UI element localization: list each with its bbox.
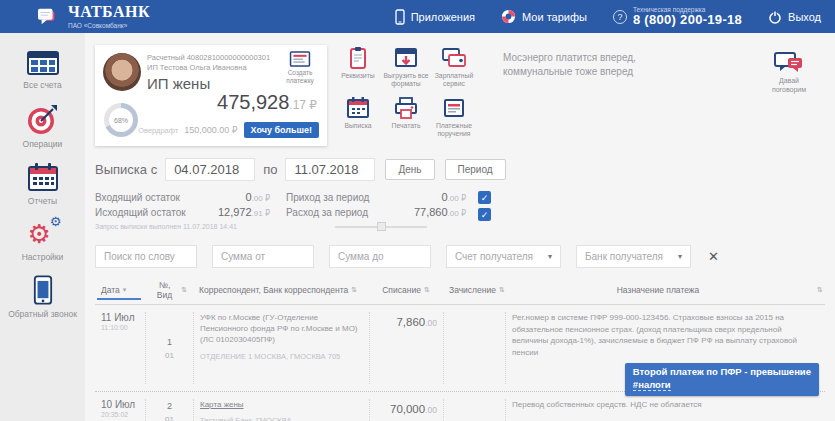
day-mode-button[interactable]: День: [385, 159, 434, 180]
promo-message: Мосэнерго платится вперед, коммунальные …: [503, 51, 636, 79]
sidebar: Все счета Операции Отчеты ⚙⚙ Настройки О…: [0, 33, 85, 421]
nav-tariffs[interactable]: Мои тарифы: [501, 9, 587, 24]
balance-main: 475,928: [217, 91, 289, 113]
period-mode-button[interactable]: Период: [445, 159, 506, 180]
action-statement[interactable]: Выписка: [335, 95, 381, 139]
accounts-table-icon: [26, 49, 60, 77]
clear-filters-icon[interactable]: ✕: [708, 249, 719, 264]
outgoing-balance-value: 12,972.91 ₽: [218, 206, 270, 218]
zoom-slider[interactable]: [335, 226, 427, 228]
col-header-credit[interactable]: Зачисление⇅: [443, 285, 505, 295]
period-debit-value: 77,860.00 ₽: [414, 206, 466, 218]
col-header-correspondent[interactable]: Корреспондент, Банк корреспондента⇅: [193, 285, 369, 295]
row-kind: 01: [165, 351, 174, 360]
question-icon: ?: [613, 10, 627, 24]
lifebuoy-icon: [501, 9, 516, 24]
date-to-input[interactable]: [285, 158, 375, 181]
hashtag-link[interactable]: #налоги: [633, 379, 671, 391]
sort-down-icon: ▾: [123, 286, 127, 294]
clipboard-icon: [345, 45, 371, 71]
sort-icon: ⇅: [351, 286, 357, 294]
target-icon: [26, 102, 60, 136]
search-input[interactable]: [95, 245, 197, 268]
table-row[interactable]: 10 Июл 20:35:02 2 01 Карта жены Тестовый…: [95, 392, 825, 421]
want-more-button[interactable]: Хочу больше!: [244, 122, 319, 138]
chat-button[interactable]: Давай поговорим: [761, 51, 817, 95]
recipient-bank-select-label: Банк получателя: [585, 251, 663, 262]
logout-button[interactable]: Выход: [768, 10, 821, 24]
calendar-icon: [26, 161, 60, 193]
promo-line2: коммунальные тоже вперед: [503, 65, 636, 79]
col-header-debit[interactable]: Списание⇅: [369, 285, 443, 295]
overdraft-amount: 150,000.00 ₽: [184, 125, 237, 135]
sidebar-item-operations[interactable]: Операции: [4, 102, 82, 149]
row-bank: Тестовый Банк, ГМОСКВА: [200, 416, 363, 421]
bank-title: ЧАТБАНК: [68, 4, 150, 20]
top-header: ЧАТБАНК ПАО «Совкомбанк» Приложения Мои …: [0, 0, 835, 33]
col-header-date[interactable]: Дата▾: [95, 285, 145, 295]
statement-to-label: по: [263, 162, 277, 177]
power-icon: [768, 10, 782, 24]
row-debit: 7,860.00: [369, 312, 443, 384]
slider-handle[interactable]: [377, 222, 386, 231]
create-payment-button[interactable]: Создать платежку: [277, 51, 323, 85]
printer-icon: [393, 95, 419, 121]
sum-from-input[interactable]: [212, 245, 314, 268]
statement-request-note: Запрос выписки выполнен 11.07.2018 14:41: [95, 223, 265, 230]
row-purpose: Рег.номер в системе ПФР 999-000-123456. …: [512, 312, 819, 358]
col-header-purpose[interactable]: Назначение платежа: [505, 285, 811, 295]
row-time: 20:35:02: [101, 411, 139, 418]
row-correspondent: УФК по г.Москве (ГУ-Отделение Пенсионног…: [200, 312, 363, 346]
chat-bubbles-icon: [774, 51, 804, 75]
payment-tag-badge[interactable]: Второй платеж по ПФР - превышение #налог…: [625, 363, 819, 396]
incoming-balance-label: Входящий остаток: [95, 192, 180, 203]
support-phone: 8 (800) 200-19-18: [633, 13, 742, 27]
row-date: 10 Июл: [101, 399, 139, 410]
recipient-account-select-label: Счет получателя: [455, 251, 533, 262]
action-salary-service[interactable]: Зарплатный сервис: [431, 45, 477, 89]
recipient-account-select[interactable]: Счет получателя ▾: [446, 245, 561, 268]
sort-icon: ⇅: [499, 286, 505, 294]
row-number: 1: [167, 337, 172, 347]
account-number: Расчетный 40802810000000000301: [147, 53, 270, 63]
sidebar-item-reports[interactable]: Отчеты: [4, 161, 82, 206]
col-header-purpose-sort[interactable]: ⇅: [811, 286, 825, 294]
phone-icon: [33, 274, 53, 306]
account-card[interactable]: Расчетный 40802810000000000301 ИП Тестов…: [95, 45, 327, 146]
bank-logo[interactable]: ЧАТБАНК ПАО «Совкомбанк»: [36, 4, 150, 29]
action-salary-service-label: Зарплатный сервис: [431, 72, 477, 89]
action-payment-orders-label: Платежные поручения: [431, 122, 477, 139]
support-block[interactable]: ? Техническая поддержка 8 (800) 200-19-1…: [613, 6, 742, 27]
logout-label: Выход: [788, 11, 821, 23]
action-payment-orders[interactable]: Платежные поручения: [431, 95, 477, 139]
nav-apps[interactable]: Приложения: [395, 9, 475, 25]
quick-actions: Реквизиты Выгрузить все форматы Зарплатн…: [335, 45, 477, 139]
sum-to-input[interactable]: [329, 245, 431, 268]
sidebar-item-callback[interactable]: Обратный звонок: [4, 274, 82, 319]
row-purpose: Перевод собственных средств. НДС не обла…: [512, 399, 819, 411]
credit-checkbox[interactable]: ✓: [478, 191, 491, 204]
table-row[interactable]: 11 Июл 11:10:00 1 01 УФК по г.Москве (ГУ…: [95, 305, 825, 392]
action-statement-label: Выписка: [344, 122, 371, 130]
sidebar-item-all-accounts[interactable]: Все счета: [4, 49, 82, 90]
incoming-balance-value: 0.00 ₽: [245, 191, 270, 203]
transactions-table: Дата▾ №, Вид⇅ Корреспондент, Банк коррес…: [95, 280, 825, 421]
action-print[interactable]: Печатать: [383, 95, 429, 139]
col-header-num[interactable]: №, Вид⇅: [145, 280, 193, 300]
action-requisites[interactable]: Реквизиты: [335, 45, 381, 89]
chat-bubble-logo-icon: [36, 7, 60, 27]
period-debit-label: Расход за период: [286, 207, 368, 218]
sort-icon: ⇅: [181, 286, 187, 294]
outgoing-balance-label: Исходящий остаток: [95, 207, 186, 218]
action-export-all[interactable]: Выгрузить все форматы: [383, 45, 429, 89]
create-payment-label: Создать платежку: [286, 69, 314, 84]
row-correspondent-link[interactable]: Карта жены: [200, 399, 363, 410]
date-from-input[interactable]: [165, 158, 255, 181]
debit-checkbox[interactable]: ✓: [478, 208, 491, 221]
gear-icon: ⚙⚙: [28, 219, 58, 249]
row-kind: 01: [165, 415, 174, 421]
promo-line1: Мосэнерго платится вперед,: [503, 51, 636, 65]
sidebar-item-settings[interactable]: ⚙⚙ Настройки: [4, 219, 82, 262]
action-requisites-label: Реквизиты: [341, 72, 374, 80]
recipient-bank-select[interactable]: Банк получателя ▾: [576, 245, 691, 268]
